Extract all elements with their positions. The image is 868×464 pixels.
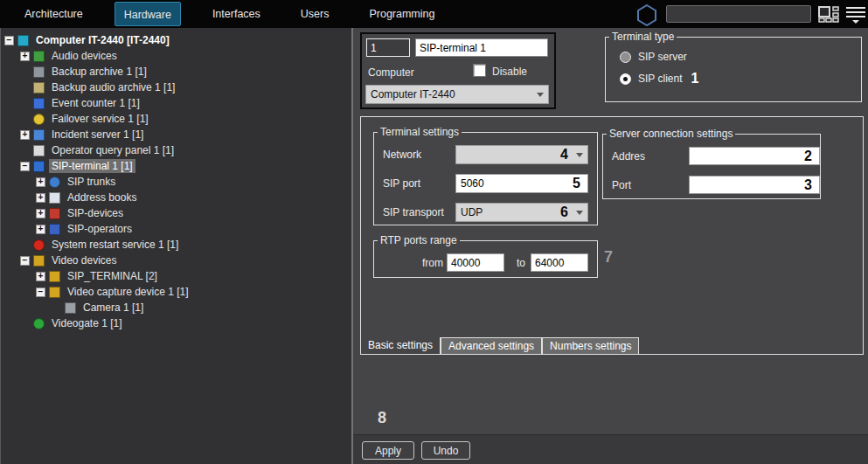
port-row: Port 3 xyxy=(612,176,813,195)
tree-item-label[interactable]: Operator query panel 1 [1] xyxy=(49,143,177,157)
rtp-from-field[interactable] xyxy=(447,253,504,272)
rtp-ports-range-group: RTP ports range from to xyxy=(373,234,598,278)
tree-row[interactable]: +SIP-operators xyxy=(1,221,351,237)
radio-unselected-icon[interactable] xyxy=(620,52,631,63)
tree-item-label[interactable]: SIP-terminal 1 [1] xyxy=(49,159,135,173)
radio-selected-icon[interactable] xyxy=(620,73,631,85)
hamburger-menu-icon[interactable] xyxy=(846,7,865,23)
nav-tab-users[interactable]: Users xyxy=(292,2,338,26)
tree-row[interactable]: +Incident server 1 [1] xyxy=(1,127,351,142)
tree-item-label[interactable]: SIP_TERMINAL [2] xyxy=(65,269,160,283)
nav-tab-programming[interactable]: Programming xyxy=(360,2,443,26)
tree-item-label[interactable]: Backup archive 1 [1] xyxy=(49,65,149,79)
addres-field[interactable]: 2 xyxy=(689,147,820,165)
tree-item-label[interactable]: SIP-devices xyxy=(65,206,126,220)
tree-row[interactable]: Operator query panel 1 [1] xyxy=(1,142,351,158)
plus-expander-icon[interactable]: + xyxy=(36,193,45,203)
minus-expander-icon[interactable]: − xyxy=(4,36,14,45)
address-books-icon xyxy=(49,192,60,204)
tree-item-label[interactable]: Failover service 1 [1] xyxy=(49,112,151,126)
tree-row[interactable]: +SIP-devices xyxy=(1,205,351,221)
tree-item-label[interactable]: Videogate 1 [1] xyxy=(49,316,125,330)
hamburger-bar xyxy=(846,7,865,9)
annotation-6: 6 xyxy=(560,204,568,220)
tree-row[interactable]: Camera 1 [1] xyxy=(1,300,351,315)
port-field[interactable]: 3 xyxy=(689,176,820,194)
sip-port-field[interactable]: 5060 5 xyxy=(455,174,588,193)
application-window: ArchitectureHardwareInterfacesUsersProgr… xyxy=(0,0,868,464)
tree-row[interactable]: +Audio devices xyxy=(1,48,351,64)
tree-row[interactable]: Event counter 1 [1] xyxy=(1,95,351,111)
tree-item-label[interactable]: System restart service 1 [1] xyxy=(49,238,181,252)
apply-button[interactable]: Apply xyxy=(362,441,414,460)
annotation-8: 8 xyxy=(378,409,386,427)
plus-expander-icon[interactable]: + xyxy=(36,272,45,281)
tree-item-label[interactable]: Camera 1 [1] xyxy=(80,301,146,315)
tree-row[interactable]: +SIP_TERMINAL [2] xyxy=(1,268,351,284)
plus-expander-icon[interactable]: + xyxy=(36,225,45,234)
hexagon-logo-icon xyxy=(635,3,658,26)
object-id-field[interactable] xyxy=(366,38,410,57)
terminal-type-group: Terminal type SIP serverSIP client1 xyxy=(605,31,862,102)
tree-item-label[interactable]: Video devices xyxy=(49,253,120,267)
tree-item-label[interactable]: Audio devices xyxy=(49,49,120,63)
nav-tab-hardware[interactable]: Hardware xyxy=(115,2,181,26)
undo-button[interactable]: Undo xyxy=(421,441,470,460)
object-name-field[interactable] xyxy=(415,38,548,57)
video-device-chip-icon xyxy=(33,255,45,267)
addres-label: Addres xyxy=(612,150,645,163)
sip-port-label: SIP port xyxy=(383,177,420,190)
tree-row[interactable]: Backup archive 1 [1] xyxy=(1,64,351,80)
tab-basic-settings[interactable]: Basic settings xyxy=(361,337,441,354)
sip-transport-select[interactable]: UDP 6 xyxy=(455,203,588,222)
settings-panel: Computer Disable Computer IT-2440 Termin… xyxy=(351,28,868,464)
port-label: Port xyxy=(612,179,631,191)
tree-item-label[interactable]: SIP-operators xyxy=(65,222,135,236)
minus-expander-icon[interactable]: − xyxy=(20,162,30,171)
search-input[interactable] xyxy=(666,5,811,23)
operator-query-panel-icon xyxy=(33,145,45,156)
nav-tab-interfaces[interactable]: Interfaces xyxy=(204,2,269,26)
tree-item-label[interactable]: Computer IT-2440 [IT-2440] xyxy=(33,33,172,47)
object-identity-group: Computer Disable Computer IT-2440 xyxy=(360,32,556,109)
grid-layout-icon[interactable] xyxy=(818,6,841,23)
tab-numbers-settings[interactable]: Numbers settings xyxy=(542,337,639,354)
tree-row[interactable]: −SIP-terminal 1 [1] xyxy=(1,158,351,174)
rtp-to-field[interactable] xyxy=(531,253,588,272)
plus-expander-icon[interactable]: + xyxy=(20,52,30,61)
tree-row[interactable]: Failover service 1 [1] xyxy=(1,111,351,127)
plus-expander-icon[interactable]: + xyxy=(36,209,45,218)
chevron-down-icon xyxy=(852,20,859,24)
tree-item-label[interactable]: Backup audio archive 1 [1] xyxy=(49,80,177,94)
tree-item-label[interactable]: Event counter 1 [1] xyxy=(49,96,142,110)
tree-row[interactable]: −Computer IT-2440 [IT-2440] xyxy=(1,32,351,48)
minus-expander-icon[interactable]: − xyxy=(36,287,45,297)
minus-expander-icon[interactable]: − xyxy=(20,256,30,266)
video-device-chip-icon xyxy=(49,287,60,298)
tree-item-label[interactable]: Incident server 1 [1] xyxy=(49,128,146,142)
terminal-type-option[interactable]: SIP server xyxy=(620,51,861,63)
tree-row[interactable]: System restart service 1 [1] xyxy=(1,237,351,253)
rtp-ports-range-legend: RTP ports range xyxy=(378,234,460,246)
server-connection-legend: Server connection settings xyxy=(607,128,735,140)
annotation-3: 3 xyxy=(804,177,812,193)
network-select[interactable]: 4 xyxy=(455,145,588,164)
tree-item-label[interactable]: SIP trunks xyxy=(65,175,118,189)
addres-row: Addres 2 xyxy=(612,147,813,166)
tree-row[interactable]: +SIP trunks xyxy=(1,174,351,190)
sip-port-row: SIP port 5060 5 xyxy=(383,174,590,193)
tree-row[interactable]: Videogate 1 [1] xyxy=(1,315,351,331)
tree-row[interactable]: Backup audio archive 1 [1] xyxy=(1,80,351,95)
tab-advanced-settings[interactable]: Advanced settings xyxy=(441,337,542,354)
tree-item-label[interactable]: Video capture device 1 [1] xyxy=(65,285,191,299)
nav-tab-architecture[interactable]: Architecture xyxy=(16,2,92,26)
tree-item-label[interactable]: Address books xyxy=(65,190,139,204)
tree-row[interactable]: −Video devices xyxy=(1,253,351,268)
plus-expander-icon[interactable]: + xyxy=(36,177,45,187)
disable-checkbox[interactable] xyxy=(473,64,486,77)
tree-row[interactable]: −Video capture device 1 [1] xyxy=(1,284,351,300)
computer-select[interactable]: Computer IT-2440 xyxy=(365,85,549,104)
terminal-type-option[interactable]: SIP client1 xyxy=(620,71,861,87)
tree-row[interactable]: +Address books xyxy=(1,190,351,205)
plus-expander-icon[interactable]: + xyxy=(20,130,30,140)
